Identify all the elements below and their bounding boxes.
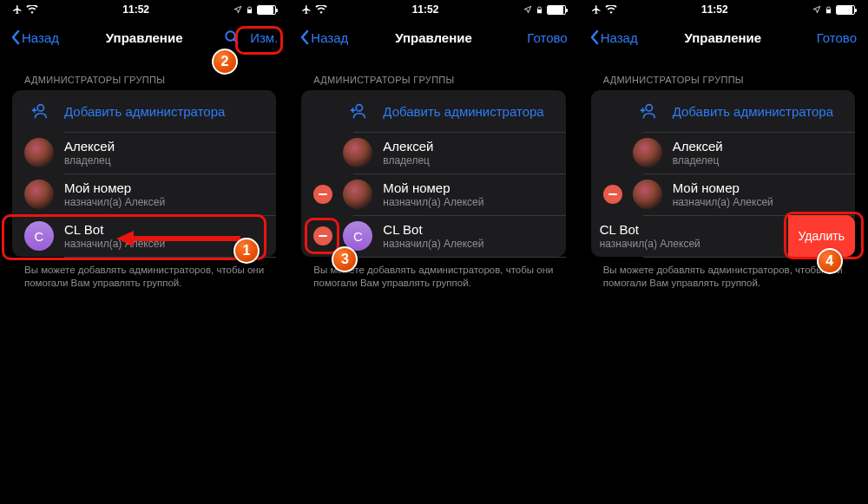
nav-bar: Назад Управление Готово — [579, 19, 867, 56]
back-button[interactable]: Назад — [589, 29, 638, 45]
annotation-badge-1: 1 — [233, 238, 260, 264]
screen-3: 11:52 Назад Управление Готово АДМИНИСТРА… — [579, 0, 868, 504]
battery-icon — [257, 5, 276, 15]
location-icon — [812, 5, 821, 14]
location-icon — [233, 5, 242, 14]
add-admin-button[interactable]: Добавить администратора — [301, 90, 565, 132]
nav-bar: Назад Управление Изм. — [0, 19, 288, 56]
annotation-badge-2: 2 — [212, 49, 238, 75]
lock-icon — [246, 5, 253, 15]
status-bar: 11:52 — [579, 0, 867, 19]
back-label: Назад — [601, 30, 638, 45]
svg-point-1 — [37, 105, 43, 111]
admin-sub: назначил(а) Алексей — [64, 196, 264, 209]
wifi-icon — [315, 5, 327, 14]
admin-name: Алексей — [64, 139, 264, 154]
admin-sub: назначил(а) Алексей — [673, 196, 843, 209]
wifi-icon — [605, 5, 617, 14]
airplane-mode-icon — [591, 4, 602, 15]
section-header: АДМИНИСТРАТОРЫ ГРУППЫ — [289, 56, 577, 90]
admin-row-delete-revealed[interactable]: CL Bot назначил(а) Алексей Удалить — [591, 215, 855, 257]
svg-point-3 — [646, 105, 652, 111]
battery-icon — [547, 5, 566, 15]
avatar — [633, 138, 662, 167]
admin-sub: назначил(а) Алексей — [600, 238, 778, 251]
admin-list: Добавить администратора Алексей владелец… — [591, 90, 855, 257]
location-icon — [523, 5, 532, 14]
admin-name: Мой номер — [383, 180, 553, 196]
back-label: Назад — [311, 30, 348, 45]
status-bar: 11:52 — [0, 0, 288, 19]
admin-row[interactable]: Алексей владелец — [12, 132, 276, 173]
admin-name: Мой номер — [64, 180, 264, 196]
annotation-badge-4: 4 — [817, 248, 843, 274]
remove-minus-button-clbot[interactable] — [313, 226, 332, 245]
avatar — [24, 138, 54, 167]
admin-sub: владелец — [64, 154, 264, 167]
add-admin-button[interactable]: Добавить администратора — [591, 90, 855, 132]
admin-name: Мой номер — [673, 180, 843, 196]
done-button[interactable]: Готово — [527, 30, 567, 45]
admin-list: Добавить администратора Алексей владелец… — [301, 90, 565, 257]
avatar — [633, 180, 662, 209]
avatar: C — [24, 221, 54, 251]
add-admin-button[interactable]: Добавить администратора — [12, 90, 276, 132]
admin-row[interactable]: Алексей владелец — [301, 132, 565, 173]
admin-sub: владелец — [673, 154, 843, 167]
back-button[interactable]: Назад — [10, 29, 59, 45]
admin-row[interactable]: Мой номер назначил(а) Алексей — [12, 173, 276, 215]
wifi-icon — [26, 5, 38, 14]
admin-name: CL Bot — [383, 222, 553, 238]
airplane-mode-icon — [301, 4, 312, 15]
airplane-mode-icon — [12, 4, 23, 15]
admin-row-editable[interactable]: Мой номер назначил(а) Алексей — [591, 173, 855, 215]
done-button[interactable]: Готово — [817, 30, 857, 45]
admin-sub: владелец — [383, 154, 553, 167]
status-time: 11:52 — [122, 3, 149, 16]
section-header: АДМИНИСТРАТОРЫ ГРУППЫ — [579, 56, 867, 90]
remove-minus-button[interactable] — [313, 185, 332, 204]
avatar — [343, 138, 372, 167]
status-bar: 11:52 — [289, 0, 577, 19]
remove-minus-button[interactable] — [603, 185, 622, 204]
status-time: 11:52 — [701, 3, 728, 16]
page-title: Управление — [684, 30, 761, 45]
lock-icon — [536, 5, 543, 15]
battery-icon — [836, 5, 855, 15]
admin-row[interactable]: Алексей владелец — [591, 132, 855, 173]
admin-list: Добавить администратора Алексей владелец… — [12, 90, 276, 257]
back-button[interactable]: Назад — [299, 29, 348, 45]
search-icon[interactable] — [224, 29, 240, 45]
delete-label: Удалить — [799, 229, 845, 243]
svg-point-2 — [356, 105, 362, 111]
admin-name: Алексей — [383, 139, 553, 154]
admin-name: CL Bot — [600, 222, 778, 238]
admin-sub: назначил(а) Алексей — [383, 196, 553, 209]
annotation-arrow — [112, 229, 242, 248]
avatar — [24, 180, 54, 209]
page-title: Управление — [106, 30, 183, 45]
add-admin-label: Добавить администратора — [64, 104, 225, 119]
add-person-icon — [638, 101, 657, 121]
chevron-left-icon — [299, 29, 309, 45]
status-time: 11:52 — [412, 3, 439, 16]
add-admin-label: Добавить администратора — [383, 104, 543, 119]
edit-button[interactable]: Изм. — [250, 30, 278, 45]
lock-icon — [825, 5, 832, 15]
chevron-left-icon — [10, 29, 20, 45]
admin-row-editable[interactable]: Мой номер назначил(а) Алексей — [301, 173, 565, 215]
screen-1: 11:52 Назад Управление Изм. АДМИНИСТРАТО… — [0, 0, 289, 504]
chevron-left-icon — [589, 29, 599, 45]
nav-bar: Назад Управление Готово — [289, 19, 577, 56]
section-header: АДМИНИСТРАТОРЫ ГРУППЫ — [0, 56, 288, 90]
page-title: Управление — [395, 30, 472, 45]
add-admin-label: Добавить администратора — [673, 104, 833, 119]
back-label: Назад — [22, 30, 59, 45]
admin-name: Алексей — [673, 139, 843, 154]
add-person-icon — [30, 101, 49, 121]
add-person-icon — [348, 101, 367, 121]
screen-2: 11:52 Назад Управление Готово АДМИНИСТРА… — [289, 0, 578, 504]
avatar — [343, 180, 372, 209]
admin-sub: назначил(а) Алексей — [383, 238, 553, 251]
